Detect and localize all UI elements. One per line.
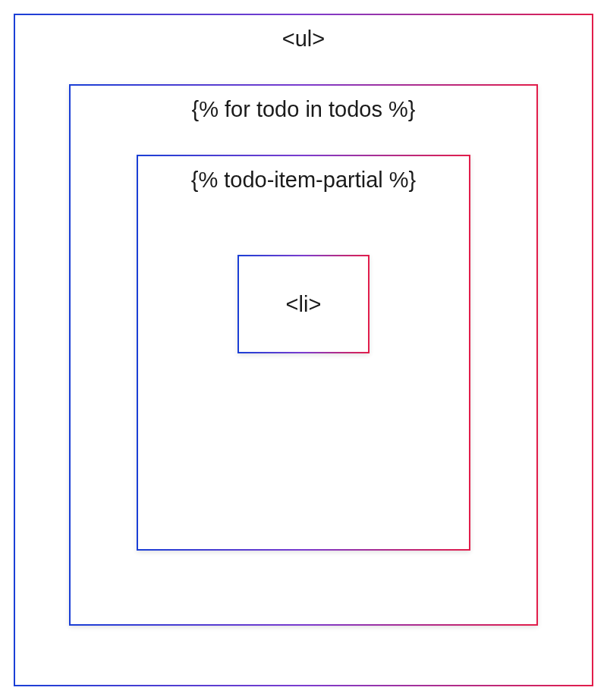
for-loop-box: {% for todo in todos %} {% todo-item-par… [69, 84, 538, 626]
inner-label: <li> [286, 291, 322, 318]
inner-box-li: <li> [237, 255, 370, 353]
partial-box: {% todo-item-partial %} <li> [137, 155, 470, 551]
for-loop-label: {% for todo in todos %} [191, 86, 415, 123]
outer-box-ul: <ul> {% for todo in todos %} {% todo-ite… [14, 14, 593, 686]
outer-label: <ul> [282, 15, 325, 52]
partial-label: {% todo-item-partial %} [191, 156, 417, 193]
